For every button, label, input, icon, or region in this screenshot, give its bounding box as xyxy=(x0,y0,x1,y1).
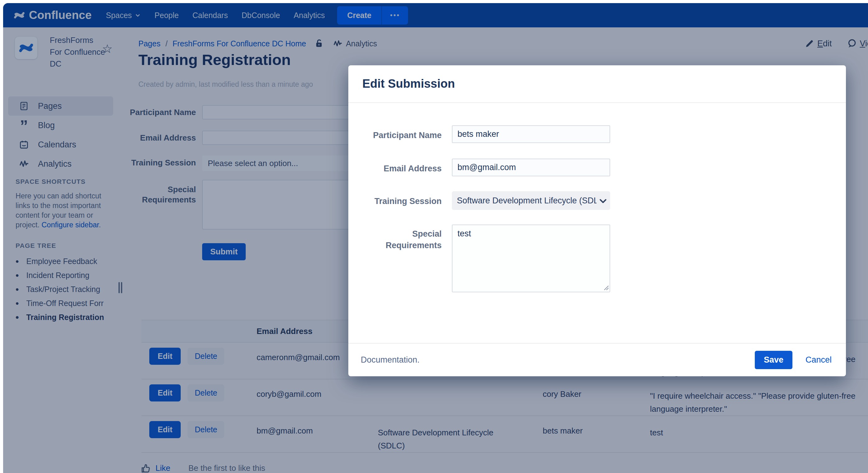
modal-header: Edit Submission xyxy=(348,65,846,103)
modal-email-label: Email Address xyxy=(367,163,442,175)
cancel-button[interactable]: Cancel xyxy=(804,355,834,365)
documentation-link[interactable]: Documentation. xyxy=(361,355,420,365)
modal-special-textarea[interactable]: test xyxy=(452,224,610,292)
modal-session-select[interactable]: Software Development Lifecycle (SDLC) xyxy=(452,191,610,210)
save-button[interactable]: Save xyxy=(755,351,793,369)
modal-participant-label: Participant Name xyxy=(367,130,442,141)
chevron-down-icon xyxy=(598,196,608,206)
modal-special-label: Special Requirements xyxy=(379,228,442,251)
edit-submission-modal: Edit Submission Participant Name Email A… xyxy=(348,65,846,376)
modal-title: Edit Submission xyxy=(362,77,455,91)
modal-email-input[interactable] xyxy=(452,159,610,176)
modal-footer: Documentation. Save Cancel xyxy=(348,343,846,376)
modal-session-label: Training Session xyxy=(367,196,442,207)
modal-participant-input[interactable] xyxy=(452,125,610,143)
